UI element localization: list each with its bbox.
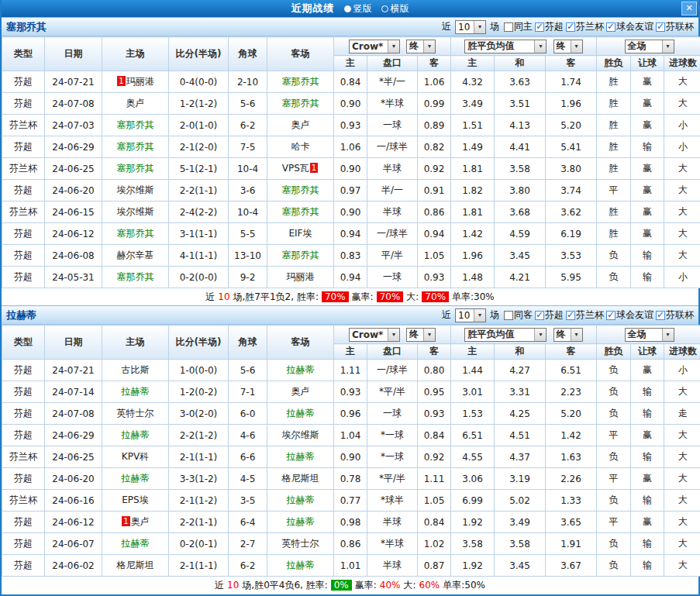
league-filter-checkbox[interactable]: 球会友谊 — [606, 20, 653, 33]
asian-final-select[interactable]: 终 ▾ — [406, 328, 436, 342]
draw-odds-cell: 4.25 — [495, 403, 546, 425]
league-filter-checkbox-label: 芬兰杯 — [576, 20, 604, 33]
handicap-cell: 半球 — [367, 202, 418, 223]
same-venue-checkbox-label: 同客 — [514, 308, 533, 322]
same-venue-checkbox[interactable]: 同客 — [504, 308, 533, 322]
asian-odds-controls: Crow* ▾ 终 ▾ — [334, 37, 451, 56]
away-team-cell: 塞那乔其 — [267, 180, 334, 202]
summary-segment: 0% — [331, 580, 352, 591]
team-name-text: 格尼斯坦 — [282, 473, 319, 484]
europe-company-select[interactable]: 胜平负均值 ▾ — [464, 40, 547, 53]
league-filter-checkbox[interactable]: 芬兰杯 — [566, 20, 604, 33]
asian-away-odds-cell: 1.02 — [418, 533, 451, 555]
match-row: 芬超24-06-29拉赫蒂2-2(1-2)4-6埃尔维斯1.04*一球0.846… — [2, 425, 700, 446]
scope-select[interactable]: 全场 ▾ — [625, 40, 674, 53]
league-filter-checkbox[interactable]: 球会友谊 — [606, 308, 653, 322]
layout-radio-horizontal[interactable]: 横版 — [381, 2, 409, 16]
col-asian-home: 主 — [334, 344, 367, 360]
draw-odds-cell: 4.21 — [495, 267, 546, 288]
home-team-cell: 塞那乔其 — [102, 158, 169, 180]
goals-result-cell: 大 — [664, 446, 700, 468]
team-name-text: 拉赫蒂 — [287, 408, 315, 419]
europe-odds-controls: 胜平负均值 ▾ 终 ▾ — [451, 37, 597, 56]
league-cell: 芬兰杯 — [2, 115, 45, 136]
summary-segment: 大: — [406, 291, 419, 304]
same-venue-checkbox[interactable]: 同主 — [504, 20, 533, 33]
asian-away-odds-cell: 0.95 — [418, 381, 451, 403]
result-cell: 平 — [597, 468, 631, 490]
europe-company-select[interactable]: 胜平负均值 ▾ — [464, 328, 547, 342]
team-name-text: 拉赫蒂 — [122, 429, 150, 440]
dropdown-arrow-icon: ▾ — [388, 329, 399, 341]
match-row: 芬超24-06-12塞那乔其3-1(1-1)5-5EIF埃0.94一/球半0.9… — [2, 223, 700, 245]
away-team-cell: 哈卡 — [267, 136, 334, 158]
asian-home-odds-cell: 0.96 — [334, 403, 367, 425]
match-row: 芬超24-07-08奥卢1-2(1-2)5-6塞那乔其0.90*半球0.993.… — [2, 93, 700, 115]
dropdown-arrow-icon: ▾ — [423, 329, 435, 341]
league-filter-checkbox[interactable]: 芬超 — [535, 20, 564, 33]
score-cell: 2-1(1-2) — [169, 490, 229, 512]
result-cell: 负 — [597, 555, 631, 577]
draw-odds-cell: 4.59 — [495, 223, 546, 245]
asian-final-select[interactable]: 终 ▾ — [406, 40, 436, 53]
handicap-result-cell: 输 — [631, 403, 664, 425]
win-odds-cell: 6.99 — [451, 490, 495, 512]
summary-segment: 近 — [205, 291, 215, 304]
match-row: 芬超24-05-31塞那乔其0-2(0-0)9-2玛丽港0.94一球0.931.… — [2, 267, 700, 288]
win-odds-cell: 1.49 — [451, 136, 495, 158]
corner-cell: 3-5 — [229, 490, 267, 512]
league-filter-checkbox[interactable]: 芬联杯 — [656, 20, 694, 33]
lose-odds-cell: 5.20 — [546, 115, 597, 136]
home-team-cell: 奥卢 — [102, 93, 169, 115]
team-name-text: 塞那乔其 — [117, 119, 154, 130]
layout-radio-vertical[interactable]: 竖版 — [344, 2, 372, 16]
date-cell: 24-06-29 — [45, 425, 102, 446]
draw-odds-cell: 3.58 — [495, 158, 546, 180]
checkbox-icon — [535, 311, 544, 320]
col-asian-away: 客 — [418, 56, 451, 71]
match-row: 芬超24-07-08英特士尔3-0(2-0)6-0拉赫蒂0.96一球0.931.… — [2, 403, 700, 425]
team-name-text: 玛丽港 — [126, 76, 154, 87]
asian-away-odds-cell: 1.05 — [418, 490, 451, 512]
asian-company-select[interactable]: Crow* ▾ — [349, 328, 400, 342]
match-count-select[interactable]: 10▾ — [455, 20, 486, 34]
asian-company-select[interactable]: Crow* ▾ — [349, 40, 400, 53]
asian-away-odds-cell: 1.11 — [418, 468, 451, 490]
league-filter-checkbox[interactable]: 芬联杯 — [656, 308, 694, 322]
score-cell: 2-1(1-1) — [169, 555, 229, 577]
goals-result-cell: 大 — [664, 223, 700, 245]
home-team-cell: EPS埃 — [102, 490, 169, 512]
europe-final-select[interactable]: 终 ▾ — [553, 328, 583, 342]
date-cell: 24-06-20 — [45, 468, 102, 490]
score-cell: 2-1(2-0) — [169, 136, 229, 158]
league-filter-checkbox[interactable]: 芬超 — [535, 308, 564, 322]
team-name-text: 塞那乔其 — [282, 98, 319, 109]
summary-segment: 40% — [380, 580, 401, 591]
result-cell: 负 — [597, 490, 631, 512]
scope-select[interactable]: 全场 ▾ — [625, 328, 674, 342]
handicap-result-cell: 赢 — [631, 202, 664, 223]
away-team-cell: 英特士尔 — [267, 533, 334, 555]
match-count-select[interactable]: 10▾ — [455, 308, 486, 322]
league-cell: 芬兰杯 — [2, 158, 45, 180]
draw-odds-cell: 3.68 — [495, 202, 546, 223]
lose-odds-cell: 1.91 — [546, 533, 597, 555]
score-cell: 0-2(0-0) — [169, 267, 229, 288]
dropdown-arrow-icon: ▾ — [474, 21, 485, 33]
score-cell: 3-0(2-0) — [169, 403, 229, 425]
win-odds-cell: 1.53 — [451, 403, 495, 425]
close-button[interactable]: ✕ — [681, 2, 697, 16]
asian-home-odds-cell: 0.83 — [334, 245, 367, 267]
away-team-cell: 塞那乔其 — [267, 71, 334, 93]
corner-cell: 6-0 — [229, 403, 267, 425]
league-filter-checkbox[interactable]: 芬兰杯 — [566, 308, 604, 322]
team-name-text: 塞那乔其 — [282, 250, 319, 260]
match-row: 芬兰杯24-06-15埃尔维斯2-4(2-2)10-4塞那乔其0.90半球0.8… — [2, 202, 700, 223]
home-team-cell: 塞那乔其 — [102, 267, 169, 288]
match-row: 芬超24-06-20拉赫蒂3-3(1-2)4-5格尼斯坦0.78*平/半1.11… — [2, 468, 700, 490]
win-odds-cell: 1.81 — [451, 202, 495, 223]
europe-final-select[interactable]: 终 ▾ — [553, 40, 583, 53]
league-filter-checkbox-label: 芬兰杯 — [576, 308, 604, 322]
asian-away-odds-cell: 0.91 — [418, 180, 451, 202]
away-team-cell: 拉赫蒂 — [267, 512, 334, 533]
